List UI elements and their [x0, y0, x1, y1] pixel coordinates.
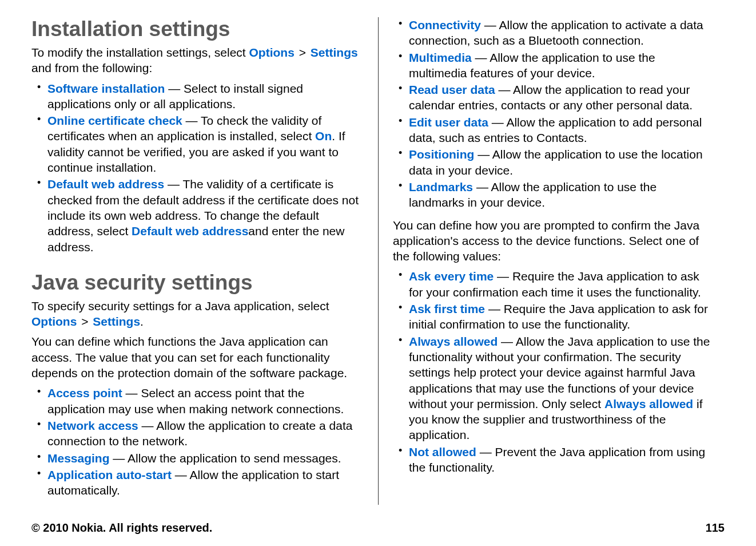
on-label: On	[315, 129, 332, 143]
intro-text-2: To specify security settings for a Java …	[31, 298, 364, 330]
java-settings-list-b: Connectivity — Allow the application to …	[393, 17, 710, 211]
settings-label: Settings	[93, 315, 140, 328]
item-label: Application auto-start	[47, 468, 172, 481]
item-desc: — Allow the application to send messages…	[110, 452, 341, 465]
page-number: 115	[706, 521, 725, 535]
item-label: Read user data	[409, 83, 495, 96]
list-item: Multimedia — Allow the application to us…	[393, 50, 710, 81]
text: To specify security settings for a Java …	[31, 299, 329, 312]
copyright: © 2010 Nokia. All rights reserved.	[31, 521, 212, 535]
list-item: Edit user data — Allow the application t…	[393, 114, 710, 146]
list-item: Application auto-start — Allow the appli…	[31, 467, 364, 498]
heading-installation-settings: Installation settings	[31, 17, 364, 41]
list-item: Ask every time — Require the Java applic…	[393, 268, 710, 300]
list-item: Access point — Select an access point th…	[31, 385, 364, 417]
text: .	[140, 315, 144, 328]
item-label: Ask first time	[409, 302, 485, 315]
install-settings-list: Software installation — Select to instal…	[31, 81, 364, 255]
inline-label: Default web address	[132, 224, 248, 238]
right-column: Connectivity — Allow the application to …	[378, 17, 725, 505]
text: To modify the installation settings, sel…	[31, 46, 249, 59]
item-label: Ask every time	[409, 270, 494, 283]
page-footer: © 2010 Nokia. All rights reserved. 115	[31, 521, 725, 535]
list-item: Messaging — Allow the application to sen…	[31, 450, 364, 466]
item-label: Messaging	[47, 452, 110, 465]
item-label: Landmarks	[409, 180, 473, 193]
item-label: Online certificate check	[47, 114, 182, 127]
options-label: Options	[249, 46, 295, 59]
settings-label: Settings	[311, 46, 358, 59]
para-functions: You can define which functions the Java …	[31, 334, 364, 381]
list-item: Online certificate check — To check the …	[31, 113, 364, 175]
separator: >	[296, 46, 309, 59]
options-label: Options	[31, 315, 77, 328]
java-settings-list-c: Ask every time — Require the Java applic…	[393, 268, 710, 475]
list-item: Read user data — Allow the application t…	[393, 82, 710, 113]
item-label: Positioning	[409, 148, 474, 161]
list-item: Network access — Allow the application t…	[31, 418, 364, 449]
item-label: Software installation	[47, 82, 165, 95]
list-item: Software installation — Select to instal…	[31, 81, 364, 112]
separator: >	[78, 315, 91, 328]
heading-java-security: Java security settings	[31, 271, 364, 295]
item-label: Always allowed	[409, 335, 498, 348]
page-content: Installation settings To modify the inst…	[31, 17, 725, 505]
item-label: Edit user data	[409, 116, 488, 129]
list-item: Ask first time — Require the Java applic…	[393, 301, 710, 333]
list-item: Positioning — Allow the application to u…	[393, 147, 710, 178]
inline-label: Always allowed	[604, 397, 693, 410]
item-label: Default web address	[47, 177, 164, 191]
intro-text-1: To modify the installation settings, sel…	[31, 45, 364, 76]
list-item: Connectivity — Allow the application to …	[393, 17, 710, 49]
java-settings-list-a: Access point — Select an access point th…	[31, 385, 364, 498]
list-item: Default web address — The validity of a …	[31, 176, 364, 254]
item-label: Access point	[47, 386, 122, 399]
item-label: Network access	[47, 419, 138, 432]
para-prompt: You can define how you are prompted to c…	[393, 217, 710, 264]
list-item: Landmarks — Allow the application to use…	[393, 179, 710, 211]
item-label: Not allowed	[409, 445, 476, 458]
list-item: Always allowed — Allow the Java applicat…	[393, 334, 710, 443]
item-label: Connectivity	[409, 18, 481, 31]
item-label: Multimedia	[409, 51, 472, 64]
list-item: Not allowed — Prevent the Java applicati…	[393, 444, 710, 476]
text: and from the following:	[31, 61, 152, 74]
left-column: Installation settings To modify the inst…	[31, 17, 378, 505]
